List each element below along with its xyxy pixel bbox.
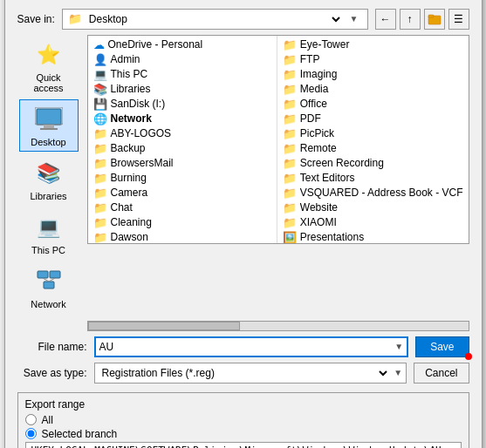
folder-icon: 📁 — [93, 142, 107, 155]
savetype-row: Save as type: Registration Files (*.reg)… — [17, 363, 469, 384]
scrollbar-area[interactable] — [87, 319, 469, 331]
list-item[interactable]: 📁 Imaging — [279, 67, 467, 82]
list-item[interactable]: 📁 Screen Recording — [279, 156, 467, 171]
save-in-row: Save in: 📁 Desktop ▼ ← ↑ ☰ — [17, 9, 469, 30]
list-item[interactable]: 📁 VSQUARED - Address Book - VCF — [279, 186, 467, 200]
radio-all-label: All — [42, 414, 53, 426]
filename-input-wrap[interactable]: ▼ — [94, 336, 409, 357]
dialog-body: Save in: 📁 Desktop ▼ ← ↑ ☰ — [5, 0, 482, 448]
svg-rect-9 — [50, 271, 60, 278]
folder-icon: 📁 — [283, 83, 297, 96]
drive-icon: 💾 — [93, 98, 107, 111]
list-item[interactable]: 📁 Office — [279, 97, 467, 112]
list-item[interactable]: 📁 Eye-Tower — [279, 37, 467, 52]
list-item[interactable]: 📁 PicPick — [279, 126, 467, 141]
onedrive-icon: ☁ — [93, 38, 105, 51]
folder-icon: 📁 — [283, 38, 297, 51]
list-item[interactable]: 📁 Website — [279, 200, 467, 215]
savetype-label: Save as type: — [17, 367, 87, 379]
desktop-icon — [33, 104, 65, 135]
nav-this-pc[interactable]: 💻 This PC — [19, 207, 79, 260]
back-button[interactable]: ← — [375, 9, 396, 30]
svg-rect-10 — [44, 282, 54, 288]
list-item[interactable]: 📁 Remote — [279, 141, 467, 156]
libraries-icon: 📚 — [33, 158, 65, 189]
filename-input[interactable] — [96, 341, 392, 353]
save-button[interactable]: Save — [415, 336, 469, 357]
save-in-dropdown[interactable]: 📁 Desktop ▼ — [62, 9, 368, 30]
list-item[interactable]: 📁 ABY-LOGOS — [90, 126, 275, 141]
filename-dropdown-arrow[interactable]: ▼ — [391, 342, 407, 351]
folder-icon: 📁 — [283, 142, 297, 155]
registry-path-field: HKEY_LOCAL_MACHINE\SOFTWARE\Policies\Mic… — [25, 442, 462, 449]
list-item[interactable]: 📁 XIAOMI — [279, 215, 467, 230]
nav-libraries[interactable]: 📚 Libraries — [19, 153, 79, 206]
nav-quick-access[interactable]: ⭐ Quick access — [19, 35, 79, 98]
list-item[interactable]: 📁 Backup — [90, 141, 275, 156]
savetype-select[interactable]: Registration Files (*.reg) — [95, 363, 391, 383]
list-item[interactable]: 📁 Burning — [90, 171, 275, 186]
list-item[interactable]: 📁 Text Editors — [279, 171, 467, 186]
list-item[interactable]: 📁 Chat — [90, 200, 275, 215]
file-browser[interactable]: ☁ OneDrive - Personal 👤 Admin 💻 This PC … — [87, 35, 469, 244]
radio-selected-row: Selected branch — [25, 428, 462, 440]
nav-desktop-label: Desktop — [31, 137, 65, 147]
network-folder-icon: 🌐 — [93, 112, 107, 126]
folder-icon: 📁 — [93, 201, 107, 214]
up-button[interactable]: ↑ — [400, 9, 421, 30]
thispc-icon: 💻 — [93, 68, 107, 81]
folder-icon: 📁 — [283, 127, 297, 140]
file-list-right: 📁 Eye-Tower 📁 FTP 📁 Imaging 📁 Media — [277, 36, 469, 243]
list-item[interactable]: 📁 PDF — [279, 112, 467, 126]
folder-icon: 📁 — [93, 187, 107, 200]
svg-rect-6 — [44, 125, 54, 128]
save-in-select[interactable]: Desktop — [86, 12, 343, 26]
radio-all[interactable] — [25, 414, 37, 425]
bottom-fields: File name: ▼ Save Save as type: Registra… — [17, 336, 469, 384]
main-content: ⭐ Quick access Desktop 📚 — [17, 35, 469, 314]
list-item[interactable]: ☁ OneDrive - Personal — [90, 37, 275, 52]
views-button[interactable]: ☰ — [448, 9, 469, 30]
svg-rect-4 — [37, 109, 61, 125]
list-item[interactable]: 📁 BrowsersMail — [90, 156, 275, 171]
nav-network[interactable]: Network — [19, 261, 79, 314]
folder-icon: 📁 — [283, 53, 297, 66]
export-registry-dialog: Export Registry File www.wintips.org Sav… — [4, 0, 483, 448]
dropdown-arrow-icon: ▼ — [346, 14, 362, 24]
radio-selected[interactable] — [25, 428, 37, 439]
folder-icon: 📁 — [93, 216, 107, 229]
quick-access-icon: ⭐ — [33, 39, 65, 71]
folder-icon: 📁 — [283, 201, 297, 214]
radio-all-row: All — [25, 414, 462, 426]
folder-icon: 📁 — [283, 157, 297, 170]
list-item[interactable]: 📁 Cleaning — [90, 215, 275, 230]
libraries-folder-icon: 📚 — [93, 83, 107, 96]
list-item[interactable]: 💻 This PC — [90, 67, 275, 82]
list-item[interactable]: 📁 Camera — [90, 186, 275, 200]
list-item[interactable]: 📁 Media — [279, 82, 467, 97]
list-item[interactable]: 📁 Dawson — [90, 230, 275, 244]
nav-network-label: Network — [31, 299, 65, 309]
svg-line-12 — [49, 278, 55, 282]
list-item[interactable]: 👤 Admin — [90, 52, 275, 67]
nav-desktop[interactable]: Desktop — [19, 99, 79, 152]
savetype-select-wrap[interactable]: Registration Files (*.reg) ▼ — [94, 363, 407, 384]
radio-selected-label: Selected branch — [42, 428, 118, 440]
folder-icon: 📁 — [93, 231, 107, 244]
cancel-button[interactable]: Cancel — [414, 363, 469, 384]
list-item[interactable]: 📚 Libraries — [90, 82, 275, 97]
folder-icon: 📁 — [283, 216, 297, 229]
left-nav-panel: ⭐ Quick access Desktop 📚 — [17, 35, 80, 314]
savetype-dropdown-arrow: ▼ — [390, 368, 406, 377]
list-item[interactable]: 🌐 Network — [90, 112, 275, 126]
svg-rect-8 — [38, 271, 48, 278]
create-folder-button[interactable] — [424, 9, 445, 30]
folder-icon: 📁 — [283, 112, 297, 126]
list-item[interactable]: 🖼️ Presentations — [279, 230, 467, 244]
nav-quick-access-label: Quick access — [24, 72, 74, 93]
toolbar-buttons: ← ↑ ☰ — [375, 9, 469, 30]
list-item[interactable]: 📁 FTP — [279, 52, 467, 67]
list-item[interactable]: 💾 SanDisk (I:) — [90, 97, 275, 112]
folder-icon: 📁 — [93, 127, 107, 140]
file-list-left: ☁ OneDrive - Personal 👤 Admin 💻 This PC … — [88, 36, 277, 243]
